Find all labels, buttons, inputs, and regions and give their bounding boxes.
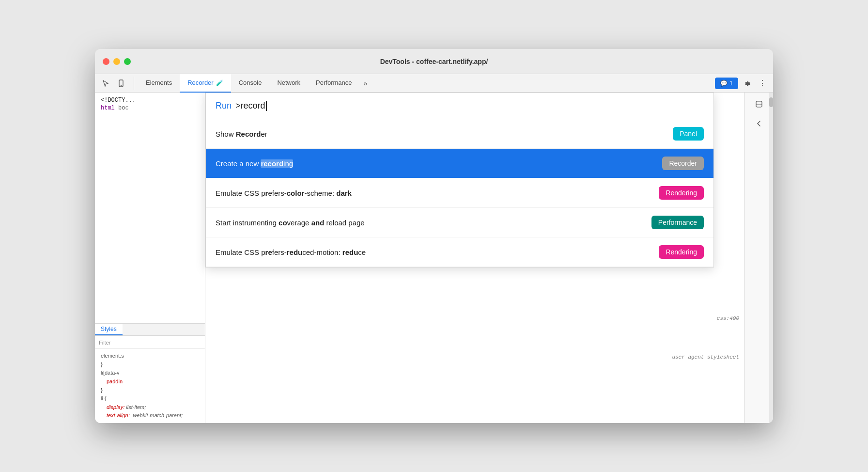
command-item-emulate-dark[interactable]: Emulate CSS prefers-color-scheme: dark R… (206, 178, 713, 208)
arrow-left-button[interactable] (751, 116, 767, 131)
command-item-text-create-recording: Create a new recording (216, 159, 293, 168)
notifications-badge[interactable]: 💬 1 (715, 78, 738, 89)
dom-tree: <!DOCTY... html boc (95, 93, 205, 323)
command-badge-panel[interactable]: Panel (673, 127, 704, 141)
padding-line: paddin (101, 378, 199, 386)
command-badge-rendering-1[interactable]: Rendering (659, 186, 704, 200)
text-cursor (266, 101, 267, 111)
command-badge-performance[interactable]: Performance (651, 216, 704, 229)
filter-input[interactable]: Filter (99, 340, 110, 346)
window-title: DevTools - coffee-cart.netlify.app/ (380, 58, 488, 65)
li-selector-line: li[data-v (101, 369, 199, 378)
scrollbar[interactable] (769, 93, 773, 423)
main-area: <!DOCTY... html boc Styles Filter (95, 93, 773, 423)
maximize-button[interactable] (124, 58, 131, 65)
command-item-reduced-motion[interactable]: Emulate CSS prefers-reduced-motion: redu… (206, 237, 713, 267)
command-input-row: Run >record (206, 93, 713, 119)
scrollbar-thumb[interactable] (769, 97, 773, 107)
css-source-comment: css:400 (717, 315, 739, 321)
vertical-dots-button[interactable]: ⋮ (756, 77, 769, 90)
more-tabs-button[interactable]: » (359, 74, 371, 93)
command-item-text-reduced-motion: Emulate CSS prefers-reduced-motion: redu… (216, 248, 366, 256)
run-label: Run (216, 101, 232, 111)
display-line: display: list-item; (101, 403, 199, 412)
settings-button[interactable] (740, 77, 754, 90)
styles-sub-panel: Styles Filter element.s } li[data-v padd… (95, 323, 205, 423)
chat-icon: 💬 (720, 80, 728, 87)
command-item-create-recording[interactable]: Create a new recording Recorder (206, 149, 713, 178)
text-align-line: text-align: -webkit-match-parent; (101, 411, 199, 420)
mobile-icon-button[interactable] (114, 77, 128, 90)
tab-bar: Elements Recorder 🧪 Console Network Perf… (95, 74, 773, 93)
command-badge-rendering-2[interactable]: Rendering (659, 245, 704, 259)
tab-bar-right: 💬 1 ⋮ (715, 77, 769, 90)
command-item-text-coverage: Start instrumenting coverage and reload … (216, 219, 365, 227)
styles-tab[interactable]: Styles (95, 324, 123, 335)
element-selector-line: element.s (101, 352, 199, 361)
elements-panel: <!DOCTY... html boc Styles Filter (95, 93, 205, 423)
tab-console[interactable]: Console (231, 74, 270, 93)
close-button[interactable] (103, 58, 109, 65)
tab-performance[interactable]: Performance (308, 74, 359, 93)
filter-row: Filter (95, 336, 205, 349)
command-input[interactable]: >record (235, 101, 267, 111)
cursor-icon-button[interactable] (99, 77, 112, 90)
devtools-window: DevTools - coffee-cart.netlify.app/ (95, 49, 773, 423)
close-brace-2: } (101, 386, 199, 395)
user-agent-comment: user agent stylesheet (672, 354, 739, 360)
minimize-button[interactable] (113, 58, 120, 65)
command-palette: Run >record Show Recorder Panel Create a… (205, 93, 714, 267)
li-brace-open: li { (101, 394, 199, 403)
sidebar-icons (99, 77, 134, 90)
devtools-body: Elements Recorder 🧪 Console Network Perf… (95, 74, 773, 423)
right-panel (744, 93, 773, 423)
css-code: element.s } li[data-v paddin } li { disp… (95, 349, 205, 423)
close-brace-1: } (101, 361, 199, 369)
tab-recorder[interactable]: Recorder 🧪 (180, 74, 231, 93)
title-bar: DevTools - coffee-cart.netlify.app/ (95, 49, 773, 74)
styles-tabs: Styles (95, 324, 205, 336)
command-badge-recorder[interactable]: Recorder (662, 157, 704, 170)
command-item-text-show-recorder: Show Recorder (216, 130, 267, 138)
doctype-line: <!DOCTY... (95, 96, 205, 104)
command-item-coverage[interactable]: Start instrumenting coverage and reload … (206, 208, 713, 237)
command-item-text-emulate-dark: Emulate CSS prefers-color-scheme: dark (216, 189, 352, 197)
traffic-lights (103, 58, 131, 65)
command-item-show-recorder[interactable]: Show Recorder Panel (206, 119, 713, 149)
tab-network[interactable]: Network (269, 74, 308, 93)
tab-elements[interactable]: Elements (138, 74, 180, 93)
html-line: html boc (95, 104, 205, 112)
paint-brush-button[interactable] (751, 96, 767, 112)
recorder-flask-icon: 🧪 (216, 79, 223, 86)
